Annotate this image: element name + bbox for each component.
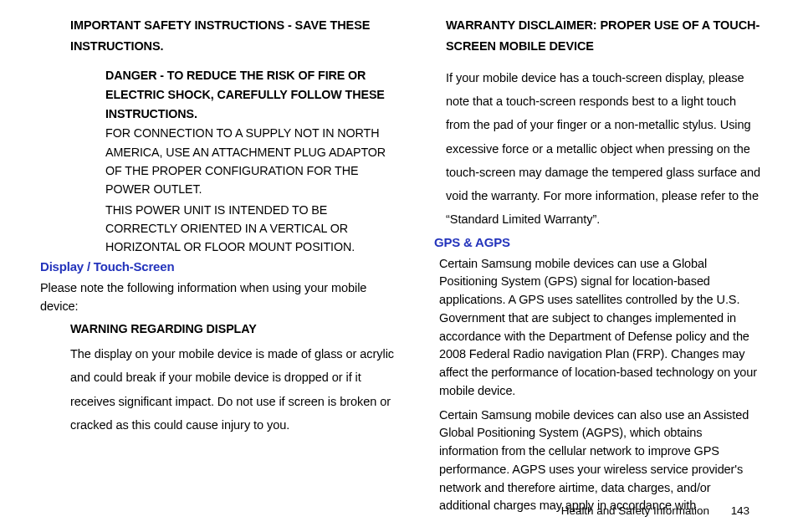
page-footer: Health and Safety Information 143	[561, 504, 749, 517]
safety-indent-block: DANGER - TO REDUCE THE RISK OF FIRE OR E…	[70, 66, 399, 257]
left-column: IMPORTANT SAFETY INSTRUCTIONS - SAVE THE…	[40, 15, 399, 521]
safety-instructions-heading: IMPORTANT SAFETY INSTRUCTIONS - SAVE THE…	[70, 15, 399, 58]
connection-instruction: FOR CONNECTION TO A SUPPLY NOT IN NORTH …	[105, 124, 399, 198]
gps-agps-heading: GPS & AGPS	[434, 235, 763, 249]
danger-warning: DANGER - TO REDUCE THE RISK OF FIRE OR E…	[105, 66, 399, 124]
warning-display-body: The display on your mobile device is mad…	[70, 342, 399, 437]
right-indent-block: WARRANTY DISCLAIMER: PROPER USE OF A TOU…	[434, 15, 763, 232]
power-unit-instruction: THIS POWER UNIT IS INTENDED TO BE CORREC…	[105, 201, 399, 256]
footer-section-title: Health and Safety Information	[561, 504, 709, 517]
footer-page-number: 143	[731, 504, 749, 517]
warning-display-heading: WARNING REGARDING DISPLAY	[70, 322, 399, 335]
page-content: IMPORTANT SAFETY INSTRUCTIONS - SAVE THE…	[40, 15, 763, 521]
warranty-disclaimer-heading: WARRANTY DISCLAIMER: PROPER USE OF A TOU…	[446, 15, 763, 58]
gps-paragraph-2: Certain Samsung mobile devices can also …	[439, 407, 763, 516]
gps-paragraph-1: Certain Samsung mobile devices can use a…	[439, 255, 763, 401]
warranty-disclaimer-body: If your mobile device has a touch-screen…	[446, 66, 763, 232]
right-column: WARRANTY DISCLAIMER: PROPER USE OF A TOU…	[434, 15, 763, 521]
display-touchscreen-heading: Display / Touch-Screen	[40, 259, 399, 274]
display-note: Please note the following information wh…	[40, 279, 399, 316]
